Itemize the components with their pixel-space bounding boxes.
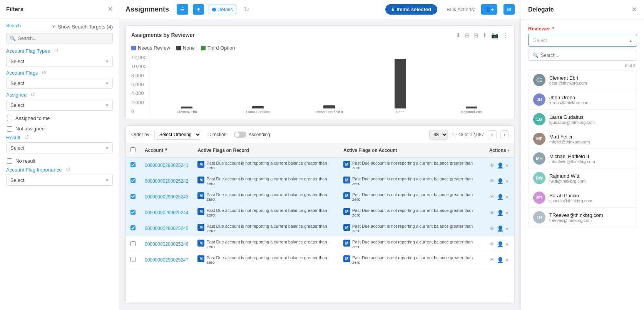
assign-icon[interactable]: 👤: [497, 162, 503, 168]
table-row: 00000000290025245 M Past Due account is …: [126, 221, 514, 237]
row-account-number: 00000000290025245: [140, 221, 193, 237]
pagination-prev-button[interactable]: ‹: [488, 130, 496, 139]
delegate-list-item[interactable]: TR TReeves@thinkbrg.com treeves@thinkbrg…: [529, 208, 637, 227]
row-flags-record: M Past Due account is not reporting a cu…: [193, 173, 339, 189]
row-checkbox[interactable]: [130, 194, 135, 199]
row-actions[interactable]: 👁 👤 ▾: [485, 157, 514, 173]
row-checkbox-cell[interactable]: [126, 221, 140, 237]
refresh-button[interactable]: ↻: [241, 4, 252, 15]
account-flag-importance-reset[interactable]: ↺: [66, 166, 71, 173]
delegate-count: 8 of 8: [528, 63, 637, 68]
row-checkbox-cell[interactable]: [126, 189, 140, 205]
row-flags-record: M Past Due account is not reporting a cu…: [193, 252, 339, 268]
pagination-next-button[interactable]: ›: [500, 130, 509, 139]
table-chart-button[interactable]: ⊟: [473, 31, 479, 40]
view-icon[interactable]: 👁: [489, 162, 495, 168]
assign-icon[interactable]: 👤: [497, 178, 503, 184]
view-icon[interactable]: 👁: [489, 210, 495, 216]
assign-icon[interactable]: 👤: [497, 241, 503, 247]
delegate-list-item[interactable]: MH Michael Hatfield II mhatfield@thinkbr…: [529, 149, 637, 168]
delegate-list-item[interactable]: SP Sarah Puccio spuccio@thinkbrg.com: [529, 188, 637, 208]
delegate-search-input[interactable]: [541, 53, 633, 58]
table-row: 00000000290025247 M Past Due account is …: [126, 252, 514, 268]
no-result-checkbox[interactable]: [7, 158, 12, 164]
row-actions[interactable]: 👁 👤 ▾: [485, 173, 514, 189]
row-checkbox-cell[interactable]: [126, 173, 140, 189]
row-expand-button[interactable]: ▾: [506, 178, 509, 184]
account-flags-select[interactable]: Select ▾: [6, 78, 113, 89]
search-input[interactable]: [18, 36, 109, 41]
assignee-select[interactable]: Select ▾: [6, 100, 113, 111]
assigned-to-me-checkbox[interactable]: [7, 116, 12, 121]
sidebar-content: Search 👁 Show Search Targets (4) 🔍 Accou…: [0, 18, 119, 310]
assignee-reset[interactable]: ↺: [30, 91, 35, 98]
upload-chart-button[interactable]: ⬆: [482, 31, 488, 40]
search-targets[interactable]: 👁 Show Search Targets (4): [51, 24, 113, 30]
delegate-close-button[interactable]: ✕: [631, 5, 637, 14]
row-flags-record: M Past Due account is not reporting a cu…: [193, 237, 339, 252]
not-assigned-checkbox[interactable]: [7, 126, 12, 132]
result-reset[interactable]: ↺: [24, 134, 29, 141]
row-actions[interactable]: 👁 👤 ▾: [485, 189, 514, 205]
legend-needs-review: Needs Review: [131, 45, 170, 51]
assign-icon[interactable]: 👤: [497, 194, 503, 200]
delegate-list-item[interactable]: MF Matt Felici mfelici@thinkbrg.com: [529, 129, 637, 149]
assign-bulk-action-button[interactable]: 👤+: [481, 4, 497, 15]
row-expand-button[interactable]: ▾: [506, 226, 509, 232]
row-expand-button[interactable]: ▾: [506, 194, 509, 200]
list-view-button[interactable]: ☰: [177, 4, 188, 15]
direction-toggle[interactable]: [234, 132, 246, 138]
per-page-select[interactable]: 48: [429, 130, 448, 140]
view-icon[interactable]: 👁: [489, 178, 495, 184]
assign-icon[interactable]: 👤: [497, 210, 503, 216]
row-actions[interactable]: 👁 👤 ▾: [485, 252, 514, 268]
bars-container: Clement Ebri Laura Gudaitus Michael Hatf…: [149, 55, 509, 114]
row-checkbox[interactable]: [130, 178, 135, 183]
assign-icon[interactable]: 👤: [497, 257, 503, 263]
account-flag-importance-select[interactable]: Select ▾: [6, 175, 113, 186]
row-expand-button[interactable]: ▾: [506, 257, 509, 263]
delegate-list-item[interactable]: JU Jhon Urena jurena@thinkbrg.com: [529, 90, 637, 110]
direction-toggle-wrap[interactable]: Ascending: [232, 132, 270, 138]
row-checkbox-cell[interactable]: [126, 252, 140, 268]
view-icon[interactable]: 👁: [489, 225, 495, 232]
delegate-list-item[interactable]: RW Rajmund Witt rwitt@thinkbrg.com: [529, 168, 637, 188]
details-button[interactable]: Details: [209, 5, 236, 14]
delegate-list-item[interactable]: CE Clement Ebri cebri@thinkbrg.com: [529, 70, 637, 90]
sidebar-close-icon[interactable]: ✕: [108, 5, 113, 13]
menu-chart-button[interactable]: ⋮: [502, 31, 509, 40]
row-checkbox[interactable]: [130, 210, 135, 215]
delegate-list-item[interactable]: LG Laura Gudaitus lgudaitus@thinkbrg.com: [529, 110, 637, 129]
expand-chart-button[interactable]: ⊞: [464, 31, 470, 40]
row-checkbox-cell[interactable]: [126, 157, 140, 173]
row-checkbox[interactable]: [130, 225, 135, 230]
email-bulk-action-button[interactable]: ✉: [503, 4, 515, 15]
result-select[interactable]: Select ▾: [6, 142, 113, 153]
assign-icon[interactable]: 👤: [497, 225, 503, 232]
row-checkbox[interactable]: [130, 257, 135, 262]
order-select[interactable]: Select Ordering: [154, 130, 201, 140]
grid-view-button[interactable]: ⊞: [193, 4, 204, 15]
row-checkbox[interactable]: [130, 162, 135, 167]
row-actions[interactable]: 👁 👤 ▾: [485, 205, 514, 221]
account-flags-reset[interactable]: ↺: [42, 69, 47, 76]
view-icon[interactable]: 👁: [489, 241, 495, 247]
camera-chart-button[interactable]: 📷: [490, 31, 499, 40]
row-checkbox[interactable]: [130, 241, 135, 246]
select-all-checkbox[interactable]: [130, 147, 135, 152]
select-all-header[interactable]: [126, 144, 140, 157]
row-expand-button[interactable]: ▾: [506, 242, 509, 247]
row-checkbox-cell[interactable]: [126, 205, 140, 221]
row-checkbox-cell[interactable]: [126, 237, 140, 252]
row-actions[interactable]: 👁 👤 ▾: [485, 237, 514, 252]
delegate-reviewer-select[interactable]: Select ▴: [528, 34, 637, 47]
row-expand-button[interactable]: ▾: [506, 210, 509, 216]
account-flag-types-reset[interactable]: ↺: [54, 47, 59, 54]
download-chart-button[interactable]: ⬇: [455, 31, 462, 40]
view-icon[interactable]: 👁: [489, 194, 495, 200]
view-icon[interactable]: 👁: [489, 257, 495, 263]
delegate-avatar: MH: [533, 152, 545, 165]
account-flag-types-select[interactable]: Select ▾: [6, 56, 113, 67]
row-expand-button[interactable]: ▾: [506, 163, 509, 168]
row-actions[interactable]: 👁 👤 ▾: [485, 221, 514, 237]
